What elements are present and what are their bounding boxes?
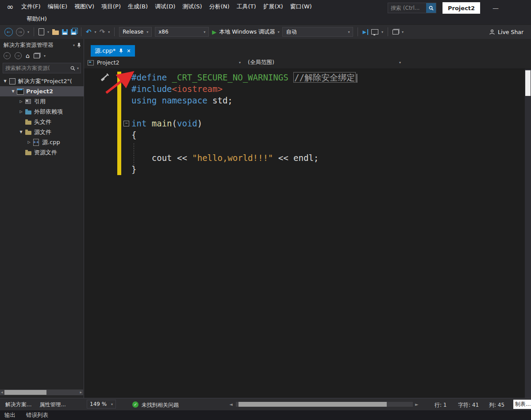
preview-monitor-icon[interactable] [371, 29, 378, 34]
attach-select[interactable]: 自动 ▾ [282, 27, 353, 37]
open-file-icon[interactable] [52, 31, 59, 35]
scroll-left-icon[interactable]: ◄ [229, 402, 233, 407]
explorer-forward-icon[interactable]: → [15, 52, 22, 59]
code-token: cout << [131, 153, 192, 163]
quick-launch-search[interactable]: 搜索 (Ctrl... [388, 3, 436, 13]
expanded-arrow-icon[interactable]: ▼ [18, 130, 24, 134]
code-line[interactable]: { [84, 129, 531, 141]
code-line[interactable]: using namespace std; [84, 95, 531, 106]
document-tab-label: 源.cpp* [95, 47, 115, 55]
layout-dropdown-icon[interactable]: ▾ [402, 30, 404, 34]
project-title-button[interactable]: Project2 [442, 2, 480, 14]
tree-item[interactable]: ▷++源.cpp [0, 137, 84, 147]
expanded-arrow-icon[interactable]: ▼ [10, 89, 16, 93]
panel-tab[interactable]: 解决方案... [5, 401, 31, 409]
navigate-dropdown-icon[interactable]: ▾ [27, 30, 29, 34]
tree-item[interactable]: ▼Project2 [0, 86, 84, 96]
tree-item[interactable]: ▼解决方案"Project2"( [0, 76, 84, 86]
project-dropdown[interactable]: Project2 ▾ [84, 59, 244, 66]
panel-tab[interactable]: 属性管理... [39, 401, 65, 409]
menu-item[interactable]: 项目(P) [98, 1, 124, 12]
panel-menu-icon[interactable]: ▾ [73, 43, 75, 47]
minimize-button[interactable]: — [486, 4, 505, 11]
scope-dropdown[interactable]: (全局范围) ▾ [244, 59, 404, 66]
health-check-icon[interactable]: ✓ [132, 401, 139, 408]
explorer-back-icon[interactable]: ← [4, 52, 11, 59]
save-icon[interactable] [62, 29, 68, 35]
navigate-back-icon[interactable]: ← [4, 28, 13, 36]
new-file-icon[interactable] [38, 28, 44, 35]
tree-item[interactable]: 资源文件 [0, 147, 84, 157]
home-icon[interactable]: ⌂ [26, 52, 30, 59]
code-line[interactable]: #define _CRT_SECURE_NO_WARNINGS //解除安全绑定 [84, 72, 531, 83]
switch-views-icon[interactable] [34, 53, 40, 58]
tree-item[interactable]: ▼源文件 [0, 127, 84, 137]
menu-item[interactable]: 视图(V) [71, 1, 98, 12]
search-options-icon[interactable]: ▾ [77, 66, 79, 70]
tree-item[interactable]: 头文件 [0, 117, 84, 127]
tree-item[interactable]: ▷引用 [0, 96, 84, 107]
scroll-right-icon[interactable]: ▸ [80, 390, 82, 394]
code-line[interactable]: −int main(void) [84, 118, 531, 129]
collapsed-arrow-icon[interactable]: ▷ [18, 99, 24, 103]
search-icon[interactable] [426, 3, 436, 13]
editor-horizontal-scrollbar[interactable] [236, 402, 413, 407]
zoom-select[interactable]: 149 % ▾ [87, 400, 116, 409]
debug-target-icon[interactable]: ▶ [362, 29, 368, 35]
menu-item[interactable]: 文件(F) [18, 1, 44, 12]
scrollbar-thumb[interactable] [4, 390, 46, 395]
code-line[interactable]: cout << "hello,world!!!" << endl; [84, 152, 531, 164]
output-tab[interactable]: 输出 [4, 412, 15, 419]
menu-item[interactable]: 窗口(W) [287, 1, 316, 12]
scroll-right-icon[interactable]: ► [415, 402, 419, 407]
solution-search-box[interactable]: 搜索解决方案资源( ▾ [3, 63, 81, 73]
menu-item[interactable]: 测试(S) [179, 1, 205, 12]
menu-item[interactable]: 分析(N) [206, 1, 233, 12]
start-debugging-button[interactable]: ▶ 本地 Windows 调试器 ▾ [212, 28, 279, 36]
quick-actions-screwdriver-icon[interactable] [100, 72, 111, 84]
monitor-dropdown-icon[interactable]: ▾ [381, 30, 383, 34]
collapse-minus-icon[interactable]: − [123, 121, 129, 126]
code-line[interactable] [84, 141, 531, 152]
menu-item[interactable]: 调试(D) [151, 1, 179, 12]
close-icon[interactable]: ✕ [127, 48, 131, 54]
views-dropdown-icon[interactable]: ▾ [44, 54, 46, 58]
scrollbar-thumb[interactable] [239, 402, 387, 407]
document-tab[interactable]: 源.cpp* ✕ [91, 45, 135, 57]
undo-icon[interactable]: ↶ [86, 28, 92, 36]
configuration-select[interactable]: Release ▾ [119, 27, 152, 37]
undo-dropdown-icon[interactable]: ▾ [95, 30, 96, 34]
save-all-icon[interactable] [71, 29, 77, 35]
fold-collapse-button[interactable]: − [121, 118, 131, 129]
expanded-arrow-icon[interactable]: ▼ [2, 79, 8, 83]
menu-item[interactable]: 扩展(X) [260, 1, 287, 12]
code-line[interactable]: } [84, 164, 531, 175]
platform-select[interactable]: x86 ▾ [155, 27, 209, 37]
search-icon[interactable] [70, 66, 75, 71]
menu-item[interactable]: 编辑(E) [44, 1, 71, 12]
output-tab[interactable]: 错误列表 [26, 412, 48, 419]
menu-item[interactable]: 工具(T) [233, 1, 260, 12]
scroll-left-icon[interactable]: ◂ [1, 390, 3, 394]
live-share-button[interactable]: Live Shar [485, 25, 531, 39]
chevron-down-icon: ▾ [348, 30, 350, 34]
menu-item[interactable]: 生成(B) [124, 1, 151, 12]
scrollbar-thumb[interactable] [525, 70, 531, 96]
new-file-dropdown-icon[interactable]: ▾ [47, 30, 49, 34]
menu-item[interactable]: 帮助(H) [23, 14, 50, 24]
editor-vertical-scrollbar[interactable] [525, 69, 531, 398]
code-editor[interactable]: #define _CRT_SECURE_NO_WARNINGS //解除安全绑定… [84, 69, 531, 398]
pin-icon[interactable] [77, 42, 81, 48]
code-token: std; [208, 95, 233, 105]
code-line[interactable]: #include<iostream> [84, 83, 531, 95]
pin-icon[interactable] [119, 48, 123, 53]
sidebar-horizontal-scrollbar[interactable]: ◂ ▸ [0, 389, 83, 395]
tabs-mode-indicator[interactable]: 制表... [513, 400, 531, 409]
code-line[interactable] [84, 106, 531, 118]
navigate-forward-icon[interactable]: → [16, 28, 24, 36]
window-layout-icon[interactable] [392, 30, 399, 34]
tree-item[interactable]: ▷外部依赖项 [0, 107, 84, 117]
collapsed-arrow-icon[interactable]: ▷ [18, 110, 24, 114]
code-token: main [152, 118, 172, 128]
collapsed-arrow-icon[interactable]: ▷ [26, 140, 32, 144]
